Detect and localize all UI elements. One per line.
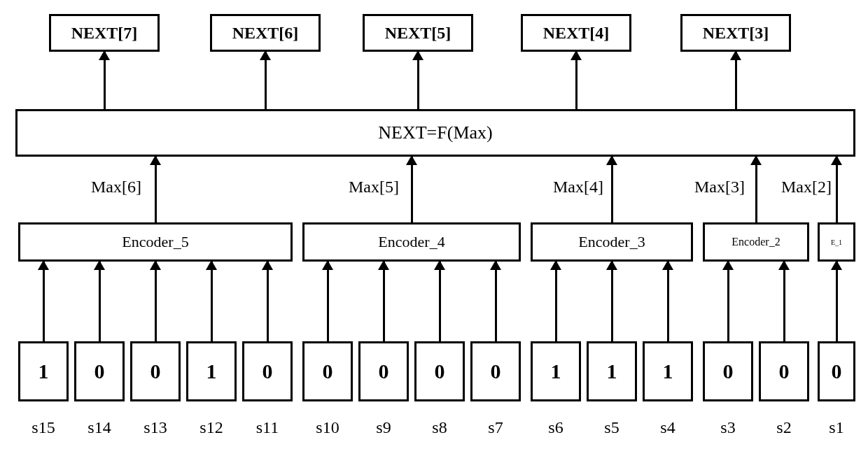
output-box: NEXT[4] bbox=[521, 14, 631, 52]
output-box: NEXT[7] bbox=[49, 14, 160, 52]
max-output-label: Max[5] bbox=[349, 178, 399, 197]
max-output-label: Max[4] bbox=[553, 178, 603, 197]
output-box: NEXT[6] bbox=[210, 14, 321, 52]
bit-label: s9 bbox=[358, 418, 409, 437]
max-output-label: Max[6] bbox=[91, 178, 141, 197]
encoder-box: Encoder_4 bbox=[302, 222, 521, 262]
max-output-label: Max[2] bbox=[781, 178, 832, 197]
bit-cell: 1 bbox=[531, 341, 581, 401]
bit-label: s1 bbox=[818, 418, 855, 437]
function-block: NEXT=F(Max) bbox=[15, 109, 855, 157]
bit-cell: 0 bbox=[130, 341, 181, 401]
encoder-box: Encoder_3 bbox=[531, 222, 693, 262]
encoder-box: Encoder_2 bbox=[703, 222, 809, 262]
bit-label: s3 bbox=[703, 418, 753, 437]
bit-label: s10 bbox=[302, 418, 353, 437]
bit-cell: 1 bbox=[587, 341, 637, 401]
bit-label: s11 bbox=[242, 418, 293, 437]
bit-cell: 0 bbox=[818, 341, 855, 401]
encoder-box: Encoder_5 bbox=[18, 222, 293, 262]
bit-label: s7 bbox=[470, 418, 521, 437]
bit-cell: 0 bbox=[759, 341, 809, 401]
bit-cell: 1 bbox=[18, 341, 69, 401]
bit-label: s15 bbox=[18, 418, 69, 437]
bit-cell: 0 bbox=[74, 341, 125, 401]
bit-cell: 1 bbox=[186, 341, 237, 401]
bit-cell: 0 bbox=[470, 341, 521, 401]
bit-label: s12 bbox=[186, 418, 237, 437]
diagram-stage: NEXT[7]NEXT[6]NEXT[5]NEXT[4]NEXT[3]NEXT=… bbox=[0, 0, 868, 456]
bit-cell: 0 bbox=[242, 341, 293, 401]
bit-label: s14 bbox=[74, 418, 125, 437]
bit-cell: 0 bbox=[302, 341, 353, 401]
bit-cell: 0 bbox=[703, 341, 753, 401]
bit-cell: 0 bbox=[414, 341, 465, 401]
output-box: NEXT[5] bbox=[363, 14, 473, 52]
bit-cell: 1 bbox=[643, 341, 693, 401]
bit-label: s5 bbox=[587, 418, 637, 437]
bit-label: s4 bbox=[643, 418, 693, 437]
bit-label: s2 bbox=[759, 418, 809, 437]
output-box: NEXT[3] bbox=[680, 14, 791, 52]
bit-label: s6 bbox=[531, 418, 581, 437]
encoder-box: E_1 bbox=[818, 222, 855, 262]
bit-cell: 0 bbox=[358, 341, 409, 401]
max-output-label: Max[3] bbox=[694, 178, 745, 197]
bit-label: s8 bbox=[414, 418, 465, 437]
bit-label: s13 bbox=[130, 418, 181, 437]
